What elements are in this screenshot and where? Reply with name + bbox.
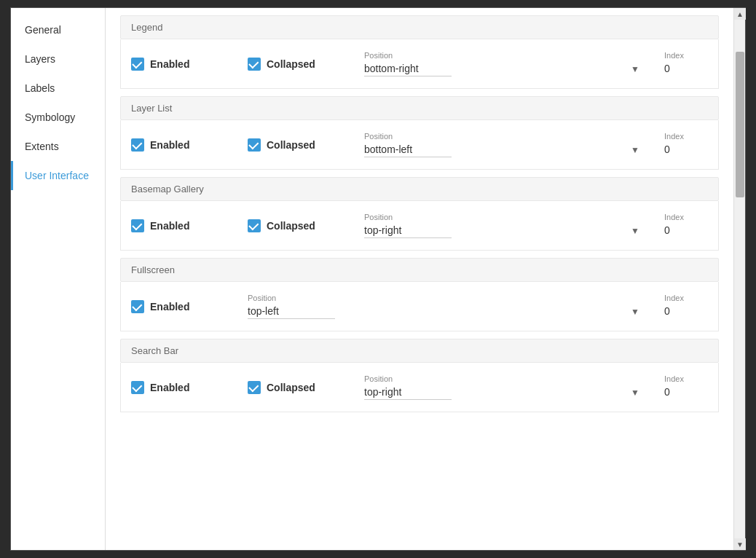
collapsed-group-search-bar: Collapsed (248, 381, 342, 394)
collapsed-checkbox-legend[interactable] (248, 58, 261, 71)
position-group-layer-list: Positionbottom-leftbottom-righttop-right… (364, 132, 642, 157)
position-label-legend: Position (364, 51, 642, 60)
position-group-fullscreen: Positiontop-lefttop-rightbottom-rightbot… (248, 294, 642, 319)
section-legend: LegendEnabledCollapsedPositionbottom-rig… (120, 15, 719, 89)
enabled-group-legend: Enabled (131, 58, 226, 71)
collapsed-group-legend: Collapsed (248, 58, 342, 71)
section-layer-list: Layer ListEnabledCollapsedPositionbottom… (120, 96, 719, 170)
scroll-up-arrow[interactable]: ▲ (734, 8, 746, 20)
position-select-wrapper-basemap-gallery: top-righttop-leftbottom-rightbottom-left… (364, 223, 642, 238)
index-group-fullscreen: Index0 (664, 294, 708, 319)
enabled-label-fullscreen: Enabled (150, 301, 189, 313)
position-dropdown-arrow-legend: ▼ (631, 64, 639, 74)
enabled-checkbox-basemap-gallery[interactable] (131, 219, 144, 232)
section-header-fullscreen: Fullscreen (120, 258, 719, 282)
collapsed-label-basemap-gallery: Collapsed (267, 220, 315, 232)
section-basemap-gallery: Basemap GalleryEnabledCollapsedPositiont… (120, 177, 719, 251)
sidebar-item-extents[interactable]: Extents (11, 132, 105, 161)
section-body-fullscreen: EnabledPositiontop-lefttop-rightbottom-r… (120, 282, 719, 331)
section-body-legend: EnabledCollapsedPositionbottom-rightbott… (120, 39, 719, 89)
index-label-fullscreen: Index (664, 294, 708, 302)
index-group-search-bar: Index0 (664, 374, 708, 400)
index-group-layer-list: Index0 (664, 132, 708, 157)
position-select-wrapper-layer-list: bottom-leftbottom-righttop-righttop-left… (364, 142, 642, 157)
collapsed-label-search-bar: Collapsed (267, 382, 315, 393)
sidebar-item-symbology[interactable]: Symbology (11, 103, 105, 132)
section-body-search-bar: EnabledCollapsedPositiontop-righttop-lef… (120, 363, 719, 412)
index-value-basemap-gallery: 0 (664, 223, 708, 238)
index-label-search-bar: Index (664, 374, 708, 383)
enabled-checkbox-layer-list[interactable] (131, 138, 144, 152)
position-select-fullscreen[interactable]: top-lefttop-rightbottom-rightbottom-left (248, 304, 335, 319)
enabled-group-layer-list: Enabled (131, 138, 226, 152)
controls-row-search-bar: EnabledCollapsedPositiontop-righttop-lef… (131, 374, 708, 400)
position-select-wrapper-legend: bottom-rightbottom-lefttop-righttop-left… (364, 61, 642, 76)
index-group-legend: Index0 (664, 51, 708, 76)
collapsed-group-layer-list: Collapsed (248, 138, 342, 152)
enabled-group-basemap-gallery: Enabled (131, 219, 226, 232)
enabled-checkbox-fullscreen[interactable] (131, 300, 144, 313)
controls-row-legend: EnabledCollapsedPositionbottom-rightbott… (131, 51, 708, 76)
scroll-down-arrow[interactable]: ▼ (734, 538, 746, 550)
position-label-fullscreen: Position (248, 294, 642, 302)
position-select-wrapper-search-bar: top-righttop-leftbottom-rightbottom-left… (364, 385, 642, 400)
sidebar-item-user-interface[interactable]: User Interface (11, 161, 105, 190)
scrollbar-area: ▲ ▼ (733, 8, 745, 550)
sidebar: GeneralLayersLabelsSymbologyExtentsUser … (11, 8, 106, 550)
enabled-label-search-bar: Enabled (150, 382, 189, 393)
section-header-legend: Legend (120, 15, 719, 39)
main-content[interactable]: LegendEnabledCollapsedPositionbottom-rig… (106, 8, 733, 550)
index-value-fullscreen: 0 (664, 304, 708, 319)
enabled-checkbox-search-bar[interactable] (131, 381, 144, 394)
position-select-basemap-gallery[interactable]: top-righttop-leftbottom-rightbottom-left (364, 223, 452, 238)
collapsed-label-legend: Collapsed (267, 58, 315, 70)
controls-row-basemap-gallery: EnabledCollapsedPositiontop-righttop-lef… (131, 213, 708, 238)
position-label-layer-list: Position (364, 132, 642, 141)
position-dropdown-arrow-search-bar: ▼ (631, 388, 639, 398)
section-header-search-bar: Search Bar (120, 339, 719, 363)
position-select-legend[interactable]: bottom-rightbottom-lefttop-righttop-left (364, 61, 452, 76)
position-group-legend: Positionbottom-rightbottom-lefttop-right… (364, 51, 642, 76)
section-header-layer-list: Layer List (120, 96, 719, 120)
position-group-search-bar: Positiontop-righttop-leftbottom-rightbot… (364, 374, 642, 400)
collapsed-checkbox-search-bar[interactable] (248, 381, 261, 394)
index-value-legend: 0 (664, 61, 708, 76)
sidebar-item-general[interactable]: General (11, 15, 105, 44)
section-body-layer-list: EnabledCollapsedPositionbottom-leftbotto… (120, 120, 719, 170)
enabled-label-legend: Enabled (150, 58, 189, 70)
collapsed-checkbox-basemap-gallery[interactable] (248, 219, 261, 232)
position-label-basemap-gallery: Position (364, 213, 642, 221)
position-select-wrapper-fullscreen: top-lefttop-rightbottom-rightbottom-left… (248, 304, 642, 319)
enabled-label-layer-list: Enabled (150, 139, 189, 151)
enabled-group-fullscreen: Enabled (131, 300, 226, 313)
section-body-basemap-gallery: EnabledCollapsedPositiontop-righttop-lef… (120, 201, 719, 251)
enabled-checkbox-legend[interactable] (131, 58, 144, 71)
position-dropdown-arrow-basemap-gallery: ▼ (631, 226, 639, 236)
scrollbar-thumb[interactable] (736, 52, 744, 197)
section-fullscreen: FullscreenEnabledPositiontop-lefttop-rig… (120, 258, 719, 331)
index-label-legend: Index (664, 51, 708, 60)
collapsed-group-basemap-gallery: Collapsed (248, 219, 342, 232)
sidebar-item-labels[interactable]: Labels (11, 74, 105, 103)
position-dropdown-arrow-layer-list: ▼ (631, 145, 639, 155)
index-label-layer-list: Index (664, 132, 708, 141)
section-search-bar: Search BarEnabledCollapsedPositiontop-ri… (120, 339, 719, 412)
position-group-basemap-gallery: Positiontop-righttop-leftbottom-rightbot… (364, 213, 642, 238)
index-label-basemap-gallery: Index (664, 213, 708, 221)
section-header-basemap-gallery: Basemap Gallery (120, 177, 719, 201)
collapsed-checkbox-layer-list[interactable] (248, 138, 261, 152)
position-label-search-bar: Position (364, 374, 642, 383)
collapsed-label-layer-list: Collapsed (267, 139, 315, 151)
controls-row-layer-list: EnabledCollapsedPositionbottom-leftbotto… (131, 132, 708, 157)
index-group-basemap-gallery: Index0 (664, 213, 708, 238)
app-container: GeneralLayersLabelsSymbologyExtentsUser … (10, 7, 746, 551)
controls-row-fullscreen: EnabledPositiontop-lefttop-rightbottom-r… (131, 294, 708, 319)
index-value-search-bar: 0 (664, 385, 708, 400)
enabled-group-search-bar: Enabled (131, 381, 226, 394)
sidebar-item-layers[interactable]: Layers (11, 44, 105, 74)
index-value-layer-list: 0 (664, 142, 708, 157)
position-select-search-bar[interactable]: top-righttop-leftbottom-rightbottom-left (364, 385, 452, 400)
position-dropdown-arrow-fullscreen: ▼ (631, 307, 639, 317)
position-select-layer-list[interactable]: bottom-leftbottom-righttop-righttop-left (364, 142, 452, 157)
enabled-label-basemap-gallery: Enabled (150, 220, 189, 232)
